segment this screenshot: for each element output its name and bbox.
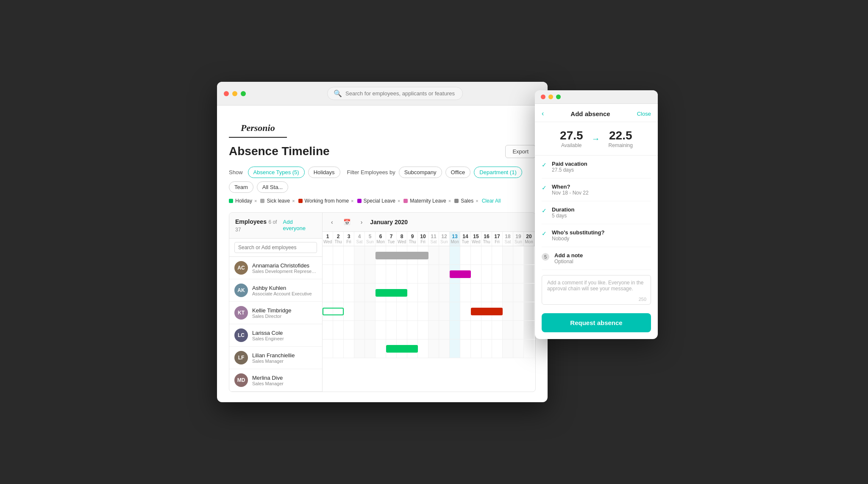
employee-row-kellie[interactable]: KT Kellie Timbridge Sales Director (229, 302, 322, 324)
day-name-16: Thu (482, 239, 491, 244)
global-search[interactable]: 🔍 (327, 87, 463, 100)
day-cell-4-3 (354, 321, 365, 339)
day-cell-3-12 (450, 302, 460, 320)
remove-special-leave-tag[interactable]: × (398, 198, 400, 203)
day-cell-3-17 (503, 302, 513, 320)
day-cell-4-18 (513, 321, 524, 339)
calendar-prev-button[interactable]: ‹ (328, 218, 336, 226)
day-num-11: 11 (429, 234, 438, 239)
day-cell-4-15 (481, 321, 492, 339)
maximize-dot[interactable] (241, 91, 246, 96)
absence-types-filter[interactable]: Absence Types (5) (248, 167, 305, 178)
day-name-15: Wed (472, 239, 480, 244)
employee-row-larissa[interactable]: LC Larissa Cole Sales Engineer (229, 324, 322, 347)
tag-sick-leave: Sick leave × (260, 198, 295, 204)
day-cell-4-12 (450, 321, 460, 339)
day-cell-2-0 (323, 284, 333, 302)
duration-value: 5 days (552, 213, 574, 219)
calendar-icon-button[interactable]: 📅 (341, 218, 353, 226)
detail-note[interactable]: 5 Add a note Optional (542, 247, 651, 270)
avatar-ashby: AK (234, 284, 248, 297)
department-filter[interactable]: Department (1) (474, 167, 522, 178)
minimize-dot[interactable] (232, 91, 237, 96)
day-cell-0-3 (354, 246, 365, 264)
panel-close-dot[interactable] (541, 95, 545, 99)
day-cell-2-15 (481, 284, 492, 302)
add-everyone-button[interactable]: Add everyone (283, 219, 316, 231)
day-cell-1-3 (354, 265, 365, 283)
remove-wfh-tag[interactable]: × (351, 198, 353, 203)
day-cell-0-4 (365, 246, 376, 264)
panel-minimize-dot[interactable] (548, 95, 553, 99)
side-panel: ‹ Add absence Close 27.5 Available → 22.… (535, 90, 658, 339)
panel-maximize-dot[interactable] (556, 95, 561, 99)
panel-close-button[interactable]: Close (637, 111, 651, 117)
employee-search (229, 239, 322, 257)
day-cell-2-1 (333, 284, 344, 302)
detail-substituting[interactable]: ✓ Who's substituting? Nobody (542, 224, 651, 247)
day-cell-2-2 (344, 284, 354, 302)
absence-bar-1 (450, 270, 471, 278)
calendar-header: ‹ 📅 › January 2020 (323, 213, 535, 232)
day-cell-4-14 (471, 321, 481, 339)
detail-paid-vacation: ✓ Paid vacation 27.5 days (542, 156, 651, 178)
day-col-20: 20Mon (524, 232, 534, 246)
balance-remaining-label: Remaining (609, 142, 633, 148)
day-col-11: 11Sat (428, 232, 439, 246)
day-cell-4-9 (418, 321, 428, 339)
employee-row-ashby[interactable]: AK Ashby Kuhlen Associate Account Execut… (229, 279, 322, 302)
close-dot[interactable] (224, 91, 229, 96)
day-col-19: 19Sun (513, 232, 524, 246)
remove-holiday-tag[interactable]: × (254, 198, 257, 203)
all-status-filter[interactable]: All Sta... (257, 181, 288, 193)
employee-role-larissa: Sales Engineer (252, 336, 317, 341)
day-cell-0-2 (344, 246, 354, 264)
day-name-3: Fri (345, 239, 353, 244)
day-cell-4-17 (503, 321, 513, 339)
panel-header: ‹ Add absence Close (535, 104, 658, 122)
office-filter[interactable]: Office (445, 167, 471, 178)
day-cell-2-9 (418, 284, 428, 302)
request-absence-button[interactable]: Request absence (542, 313, 651, 332)
day-name-13: Mon (451, 239, 459, 244)
employee-row-annamaria[interactable]: AC Annamaria Christofides Sales Developm… (229, 257, 322, 279)
balance-available-num: 27.5 (560, 129, 583, 142)
detail-when[interactable]: ✓ When? Nov 18 - Nov 22 (542, 178, 651, 201)
day-name-20: Mon (525, 239, 533, 244)
employee-row-merlina[interactable]: MD Merlina Dive Sales Manager (229, 369, 322, 392)
calendar-next-button[interactable]: › (358, 218, 365, 226)
day-cell-3-9 (418, 302, 428, 320)
day-cell-5-18 (513, 339, 524, 358)
balance-remaining: 22.5 Remaining (609, 129, 633, 148)
day-cell-1-15 (481, 265, 492, 283)
sales-label: Sales (461, 198, 473, 204)
holidays-filter[interactable]: Holidays (308, 167, 340, 178)
export-button[interactable]: Export (505, 145, 536, 158)
day-cell-2-12 (450, 284, 460, 302)
check-icon-when: ✓ (542, 184, 547, 191)
employee-row-lilian[interactable]: LF Lilian Franchiellie Sales Manager (229, 347, 322, 369)
day-name-6: Mon (376, 239, 385, 244)
panel-back-button[interactable]: ‹ (542, 110, 544, 117)
day-cell-5-9 (418, 339, 428, 358)
day-cell-2-3 (354, 284, 365, 302)
subcompany-filter[interactable]: Subcompany (399, 167, 442, 178)
team-filter[interactable]: Team (229, 181, 253, 193)
day-cell-2-4 (365, 284, 376, 302)
search-input[interactable] (345, 90, 456, 97)
employee-info-lilian: Lilian Franchiellie Sales Manager (252, 352, 317, 364)
remove-sales-tag[interactable]: × (476, 198, 478, 203)
day-cell-2-19 (524, 284, 534, 302)
day-name-8: Wed (398, 239, 406, 244)
remove-maternity-leave-tag[interactable]: × (448, 198, 451, 203)
note-textarea[interactable]: Add a comment if you like. Everyone in t… (542, 275, 651, 305)
clear-all-button[interactable]: Clear All (482, 198, 501, 204)
employee-name-lilian: Lilian Franchiellie (252, 352, 317, 359)
employee-search-input[interactable] (234, 242, 317, 253)
day-cell-1-6 (386, 265, 397, 283)
employee-role-lilian: Sales Manager (252, 359, 317, 364)
day-name-19: Sun (514, 239, 523, 244)
employee-list: AC Annamaria Christofides Sales Developm… (229, 257, 322, 392)
day-cell-1-4 (365, 265, 376, 283)
remove-sick-leave-tag[interactable]: × (292, 198, 295, 203)
